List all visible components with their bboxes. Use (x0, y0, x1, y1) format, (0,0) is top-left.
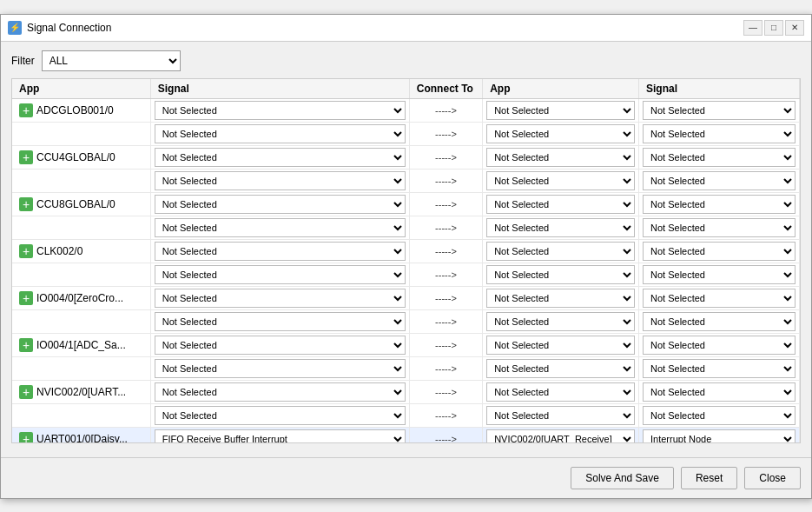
signal2-select[interactable]: Not SelectedInterrupt Node (643, 242, 795, 261)
signal-select[interactable]: Not SelectedFIFO Receive Buffer Interrup… (155, 429, 406, 443)
signal-select[interactable]: Not SelectedFIFO Receive Buffer Interrup… (155, 406, 406, 425)
signal2-select[interactable]: Not SelectedInterrupt Node (643, 218, 795, 237)
signal2-select[interactable]: Not SelectedInterrupt Node (643, 265, 795, 284)
signal-select[interactable]: Not SelectedFIFO Receive Buffer Interrup… (155, 289, 406, 308)
reset-button[interactable]: Reset (681, 467, 737, 489)
app2-select[interactable]: Not SelectedNVIC002/0[UART_Receive] (486, 124, 635, 143)
title-bar: ⚡ Signal Connection — □ ✕ (1, 15, 811, 42)
signal2-select[interactable]: Not SelectedInterrupt Node (643, 171, 795, 190)
table-row: Not SelectedFIFO Receive Buffer Interrup… (12, 403, 800, 427)
signal-dropdown-cell: Not SelectedFIFO Receive Buffer Interrup… (150, 98, 409, 122)
signal-select[interactable]: Not SelectedFIFO Receive Buffer Interrup… (155, 312, 406, 331)
app-cell: +CCU4GLOBAL/0 (12, 145, 150, 169)
solve-save-button[interactable]: Solve And Save (571, 467, 674, 489)
expand-button[interactable]: + (19, 291, 33, 305)
app2-dropdown-cell: Not SelectedNVIC002/0[UART_Receive] (483, 333, 639, 356)
table-row: Not SelectedFIFO Receive Buffer Interrup… (12, 356, 800, 380)
arrow-cell: -----> (409, 192, 482, 216)
app2-select[interactable]: Not SelectedNVIC002/0[UART_Receive] (486, 406, 635, 425)
table-row: Not SelectedFIFO Receive Buffer Interrup… (12, 122, 800, 145)
expand-button[interactable]: + (19, 432, 33, 443)
arrow-cell: -----> (409, 145, 482, 169)
signal2-select[interactable]: Not SelectedInterrupt Node (643, 124, 795, 143)
app-name: IO004/0[ZeroCro... (36, 292, 123, 304)
arrow-cell: -----> (409, 216, 482, 239)
signal2-select[interactable]: Not SelectedInterrupt Node (643, 148, 795, 167)
app2-select[interactable]: Not SelectedNVIC002/0[UART_Receive] (486, 242, 635, 261)
signal2-select[interactable]: Not SelectedInterrupt Node (643, 312, 795, 331)
arrow-cell: -----> (409, 380, 482, 403)
signal2-dropdown-cell: Not SelectedInterrupt Node (639, 192, 800, 216)
signal-select[interactable]: Not SelectedFIFO Receive Buffer Interrup… (155, 359, 406, 378)
app2-select[interactable]: Not SelectedNVIC002/0[UART_Receive] (486, 171, 635, 190)
expand-button[interactable]: + (19, 197, 33, 211)
maximize-button[interactable]: □ (764, 20, 783, 36)
signal2-select[interactable]: Not SelectedInterrupt Node (643, 406, 795, 425)
signal2-dropdown-cell: Not SelectedInterrupt Node (639, 380, 800, 403)
app2-select[interactable]: Not SelectedNVIC002/0[UART_Receive] (486, 101, 635, 120)
app2-dropdown-cell: Not SelectedNVIC002/0[UART_Receive] (483, 263, 639, 286)
app2-dropdown-cell: Not SelectedNVIC002/0[UART_Receive] (483, 403, 639, 427)
signal2-select[interactable]: Not SelectedInterrupt Node (643, 382, 795, 402)
signal-select[interactable]: Not SelectedFIFO Receive Buffer Interrup… (155, 171, 406, 190)
app-name: CCU4GLOBAL/0 (36, 151, 116, 163)
signal-select[interactable]: Not SelectedFIFO Receive Buffer Interrup… (155, 195, 406, 214)
signal2-dropdown-cell: Not SelectedInterrupt Node (639, 333, 800, 356)
arrow-cell: -----> (409, 239, 482, 263)
signal-select[interactable]: Not SelectedFIFO Receive Buffer Interrup… (155, 265, 406, 284)
table-row: +CCU8GLOBAL/0Not SelectedFIFO Receive Bu… (12, 192, 800, 216)
signal-dropdown-cell: Not SelectedFIFO Receive Buffer Interrup… (150, 403, 409, 427)
app2-select[interactable]: Not SelectedNVIC002/0[UART_Receive] (486, 429, 635, 443)
signal2-select[interactable]: Not SelectedInterrupt Node (643, 195, 795, 214)
signal-dropdown-cell: Not SelectedFIFO Receive Buffer Interrup… (150, 333, 409, 356)
app2-select[interactable]: Not SelectedNVIC002/0[UART_Receive] (486, 336, 635, 355)
signal2-select[interactable]: Not SelectedInterrupt Node (643, 101, 795, 120)
close-window-button[interactable]: ✕ (785, 20, 804, 36)
table-row: +ADCGLOB001/0Not SelectedFIFO Receive Bu… (12, 98, 800, 122)
signal-select[interactable]: Not SelectedFIFO Receive Buffer Interrup… (155, 242, 406, 261)
table-row: +CCU4GLOBAL/0Not SelectedFIFO Receive Bu… (12, 145, 800, 169)
app2-select[interactable]: Not SelectedNVIC002/0[UART_Receive] (486, 265, 635, 284)
close-button[interactable]: Close (744, 467, 801, 489)
signal2-dropdown-cell: Not SelectedInterrupt Node (639, 239, 800, 263)
app2-select[interactable]: Not SelectedNVIC002/0[UART_Receive] (486, 359, 635, 378)
signal-dropdown-cell: Not SelectedFIFO Receive Buffer Interrup… (150, 356, 409, 380)
signal-table-container: App Signal Connect To App Signal +ADCGLO… (11, 78, 801, 443)
app2-select[interactable]: Not SelectedNVIC002/0[UART_Receive] (486, 195, 635, 214)
app-icon: ⚡ (8, 21, 22, 35)
signal-dropdown-cell: Not SelectedFIFO Receive Buffer Interrup… (150, 286, 409, 309)
signal2-select[interactable]: Not SelectedInterrupt Node (643, 429, 795, 443)
filter-row: Filter ALLConnectedNot Connected (11, 50, 801, 71)
signal2-select[interactable]: Not SelectedInterrupt Node (643, 336, 795, 355)
app-name: UART001/0[Daisy... (36, 433, 128, 443)
signal2-dropdown-cell: Not SelectedInterrupt Node (639, 356, 800, 380)
signal2-dropdown-cell: Not SelectedInterrupt Node (639, 98, 800, 122)
header-signal1: Signal (150, 79, 409, 99)
minimize-button[interactable]: — (743, 20, 762, 36)
signal2-select[interactable]: Not SelectedInterrupt Node (643, 289, 795, 308)
table-row: +UART001/0[Daisy...Not SelectedFIFO Rece… (12, 427, 800, 443)
app2-select[interactable]: Not SelectedNVIC002/0[UART_Receive] (486, 289, 635, 308)
app2-select[interactable]: Not SelectedNVIC002/0[UART_Receive] (486, 218, 635, 237)
app-name: NVIC002/0[UART... (36, 386, 126, 398)
app-cell: +NVIC002/0[UART... (12, 380, 150, 403)
signal-select[interactable]: Not SelectedFIFO Receive Buffer Interrup… (155, 148, 406, 167)
filter-select[interactable]: ALLConnectedNot Connected (42, 50, 181, 71)
signal-select[interactable]: Not SelectedFIFO Receive Buffer Interrup… (155, 382, 406, 402)
expand-button[interactable]: + (19, 103, 33, 117)
expand-button[interactable]: + (19, 385, 33, 399)
expand-button[interactable]: + (19, 244, 33, 258)
window-controls: — □ ✕ (743, 20, 804, 36)
expand-button[interactable]: + (19, 338, 33, 352)
app-cell (12, 403, 150, 427)
signal-select[interactable]: Not SelectedFIFO Receive Buffer Interrup… (155, 336, 406, 355)
expand-button[interactable]: + (19, 150, 33, 164)
signal-select[interactable]: Not SelectedFIFO Receive Buffer Interrup… (155, 101, 406, 120)
app2-select[interactable]: Not SelectedNVIC002/0[UART_Receive] (486, 312, 635, 331)
arrow-cell: -----> (409, 403, 482, 427)
app2-select[interactable]: Not SelectedNVIC002/0[UART_Receive] (486, 382, 635, 402)
signal2-select[interactable]: Not SelectedInterrupt Node (643, 359, 795, 378)
signal-select[interactable]: Not SelectedFIFO Receive Buffer Interrup… (155, 124, 406, 143)
app2-select[interactable]: Not SelectedNVIC002/0[UART_Receive] (486, 148, 635, 167)
signal-select[interactable]: Not SelectedFIFO Receive Buffer Interrup… (155, 218, 406, 237)
